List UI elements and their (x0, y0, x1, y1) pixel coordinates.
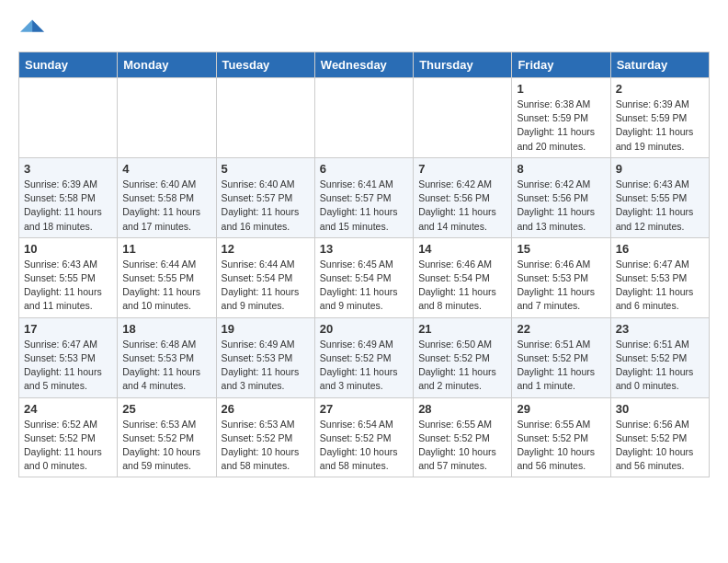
day-info: Sunrise: 6:56 AM Sunset: 5:52 PM Dayligh… (616, 418, 704, 474)
day-number: 28 (418, 402, 506, 416)
calendar-cell: 19Sunrise: 6:49 AM Sunset: 5:53 PM Dayli… (216, 317, 314, 397)
calendar-cell: 20Sunrise: 6:49 AM Sunset: 5:52 PM Dayli… (314, 317, 413, 397)
day-number: 20 (320, 322, 408, 336)
calendar-cell: 14Sunrise: 6:46 AM Sunset: 5:54 PM Dayli… (414, 237, 512, 317)
day-info: Sunrise: 6:47 AM Sunset: 5:53 PM Dayligh… (24, 338, 112, 394)
day-info: Sunrise: 6:46 AM Sunset: 5:54 PM Dayligh… (418, 258, 506, 314)
day-number: 13 (320, 242, 408, 256)
logo-icon (20, 15, 46, 40)
calendar-week-row: 17Sunrise: 6:47 AM Sunset: 5:53 PM Dayli… (19, 317, 710, 397)
calendar-cell: 28Sunrise: 6:55 AM Sunset: 5:52 PM Dayli… (414, 397, 512, 477)
day-info: Sunrise: 6:43 AM Sunset: 5:55 PM Dayligh… (616, 178, 704, 234)
calendar-cell: 15Sunrise: 6:46 AM Sunset: 5:53 PM Dayli… (512, 237, 610, 317)
calendar-cell: 17Sunrise: 6:47 AM Sunset: 5:53 PM Dayli… (19, 317, 118, 397)
day-info: Sunrise: 6:40 AM Sunset: 5:57 PM Dayligh… (222, 178, 310, 234)
day-header-sunday: Sunday (19, 52, 118, 78)
day-number: 23 (616, 322, 704, 336)
day-number: 27 (320, 402, 408, 416)
page: SundayMondayTuesdayWednesdayThursdayFrid… (0, 0, 728, 492)
calendar-cell: 29Sunrise: 6:55 AM Sunset: 5:52 PM Dayli… (512, 397, 610, 477)
day-number: 18 (122, 322, 210, 336)
day-info: Sunrise: 6:46 AM Sunset: 5:53 PM Dayligh… (517, 258, 605, 314)
day-info: Sunrise: 6:48 AM Sunset: 5:53 PM Dayligh… (122, 338, 210, 394)
day-number: 26 (222, 402, 310, 416)
calendar-week-row: 3Sunrise: 6:39 AM Sunset: 5:58 PM Daylig… (19, 157, 710, 237)
day-info: Sunrise: 6:54 AM Sunset: 5:52 PM Dayligh… (320, 418, 408, 474)
calendar-cell: 24Sunrise: 6:52 AM Sunset: 5:52 PM Dayli… (19, 397, 118, 477)
calendar-cell: 6Sunrise: 6:41 AM Sunset: 5:57 PM Daylig… (314, 157, 413, 237)
day-header-tuesday: Tuesday (216, 52, 314, 78)
day-info: Sunrise: 6:41 AM Sunset: 5:57 PM Dayligh… (320, 178, 408, 234)
day-header-wednesday: Wednesday (314, 52, 413, 78)
day-number: 15 (517, 242, 605, 256)
day-number: 25 (122, 402, 210, 416)
day-number: 12 (222, 242, 310, 256)
calendar-cell: 30Sunrise: 6:56 AM Sunset: 5:52 PM Dayli… (610, 397, 709, 477)
day-number: 14 (418, 242, 506, 256)
calendar-cell: 3Sunrise: 6:39 AM Sunset: 5:58 PM Daylig… (19, 157, 118, 237)
day-info: Sunrise: 6:49 AM Sunset: 5:53 PM Dayligh… (222, 338, 310, 394)
svg-marker-0 (32, 20, 44, 32)
day-info: Sunrise: 6:44 AM Sunset: 5:55 PM Dayligh… (122, 258, 210, 314)
day-number: 7 (418, 162, 506, 176)
day-number: 10 (24, 242, 112, 256)
calendar-cell: 7Sunrise: 6:42 AM Sunset: 5:56 PM Daylig… (414, 157, 512, 237)
calendar-header-row: SundayMondayTuesdayWednesdayThursdayFrid… (19, 52, 710, 78)
calendar-week-row: 10Sunrise: 6:43 AM Sunset: 5:55 PM Dayli… (19, 237, 710, 317)
day-number: 24 (24, 402, 112, 416)
day-info: Sunrise: 6:52 AM Sunset: 5:52 PM Dayligh… (24, 418, 112, 474)
day-number: 4 (122, 162, 210, 176)
calendar: SundayMondayTuesdayWednesdayThursdayFrid… (18, 52, 710, 477)
day-number: 17 (24, 322, 112, 336)
day-number: 16 (616, 242, 704, 256)
day-info: Sunrise: 6:38 AM Sunset: 5:59 PM Dayligh… (517, 98, 605, 154)
calendar-cell (314, 78, 413, 158)
day-info: Sunrise: 6:53 AM Sunset: 5:52 PM Dayligh… (222, 418, 310, 474)
day-info: Sunrise: 6:40 AM Sunset: 5:58 PM Dayligh… (122, 178, 210, 234)
day-info: Sunrise: 6:42 AM Sunset: 5:56 PM Dayligh… (418, 178, 506, 234)
day-info: Sunrise: 6:47 AM Sunset: 5:53 PM Dayligh… (616, 258, 704, 314)
day-info: Sunrise: 6:55 AM Sunset: 5:52 PM Dayligh… (517, 418, 605, 474)
day-info: Sunrise: 6:45 AM Sunset: 5:54 PM Dayligh… (320, 258, 408, 314)
calendar-cell: 9Sunrise: 6:43 AM Sunset: 5:55 PM Daylig… (610, 157, 709, 237)
day-header-saturday: Saturday (610, 52, 709, 78)
day-number: 6 (320, 162, 408, 176)
day-header-thursday: Thursday (414, 52, 512, 78)
calendar-cell: 25Sunrise: 6:53 AM Sunset: 5:52 PM Dayli… (118, 397, 216, 477)
calendar-cell: 8Sunrise: 6:42 AM Sunset: 5:56 PM Daylig… (512, 157, 610, 237)
calendar-cell (216, 78, 314, 158)
calendar-cell (118, 78, 216, 158)
calendar-cell: 1Sunrise: 6:38 AM Sunset: 5:59 PM Daylig… (512, 78, 610, 158)
calendar-cell: 11Sunrise: 6:44 AM Sunset: 5:55 PM Dayli… (118, 237, 216, 317)
day-number: 8 (517, 162, 605, 176)
day-info: Sunrise: 6:44 AM Sunset: 5:54 PM Dayligh… (222, 258, 310, 314)
calendar-cell: 21Sunrise: 6:50 AM Sunset: 5:52 PM Dayli… (414, 317, 512, 397)
day-number: 2 (616, 82, 704, 96)
day-number: 30 (616, 402, 704, 416)
calendar-cell: 18Sunrise: 6:48 AM Sunset: 5:53 PM Dayli… (118, 317, 216, 397)
calendar-cell: 26Sunrise: 6:53 AM Sunset: 5:52 PM Dayli… (216, 397, 314, 477)
calendar-cell: 23Sunrise: 6:51 AM Sunset: 5:52 PM Dayli… (610, 317, 709, 397)
day-number: 21 (418, 322, 506, 336)
day-info: Sunrise: 6:43 AM Sunset: 5:55 PM Dayligh… (24, 258, 112, 314)
day-info: Sunrise: 6:55 AM Sunset: 5:52 PM Dayligh… (418, 418, 506, 474)
day-info: Sunrise: 6:51 AM Sunset: 5:52 PM Dayligh… (517, 338, 605, 394)
calendar-cell: 4Sunrise: 6:40 AM Sunset: 5:58 PM Daylig… (118, 157, 216, 237)
day-info: Sunrise: 6:50 AM Sunset: 5:52 PM Dayligh… (418, 338, 506, 394)
day-number: 5 (222, 162, 310, 176)
day-header-monday: Monday (118, 52, 216, 78)
calendar-week-row: 1Sunrise: 6:38 AM Sunset: 5:59 PM Daylig… (19, 78, 710, 158)
calendar-cell: 10Sunrise: 6:43 AM Sunset: 5:55 PM Dayli… (19, 237, 118, 317)
day-info: Sunrise: 6:53 AM Sunset: 5:52 PM Dayligh… (122, 418, 210, 474)
day-info: Sunrise: 6:39 AM Sunset: 5:58 PM Dayligh… (24, 178, 112, 234)
calendar-cell: 16Sunrise: 6:47 AM Sunset: 5:53 PM Dayli… (610, 237, 709, 317)
day-info: Sunrise: 6:42 AM Sunset: 5:56 PM Dayligh… (517, 178, 605, 234)
day-number: 22 (517, 322, 605, 336)
day-info: Sunrise: 6:49 AM Sunset: 5:52 PM Dayligh… (320, 338, 408, 394)
day-number: 3 (24, 162, 112, 176)
day-info: Sunrise: 6:51 AM Sunset: 5:52 PM Dayligh… (616, 338, 704, 394)
calendar-cell (414, 78, 512, 158)
day-number: 19 (222, 322, 310, 336)
day-number: 29 (517, 402, 605, 416)
calendar-cell: 13Sunrise: 6:45 AM Sunset: 5:54 PM Dayli… (314, 237, 413, 317)
